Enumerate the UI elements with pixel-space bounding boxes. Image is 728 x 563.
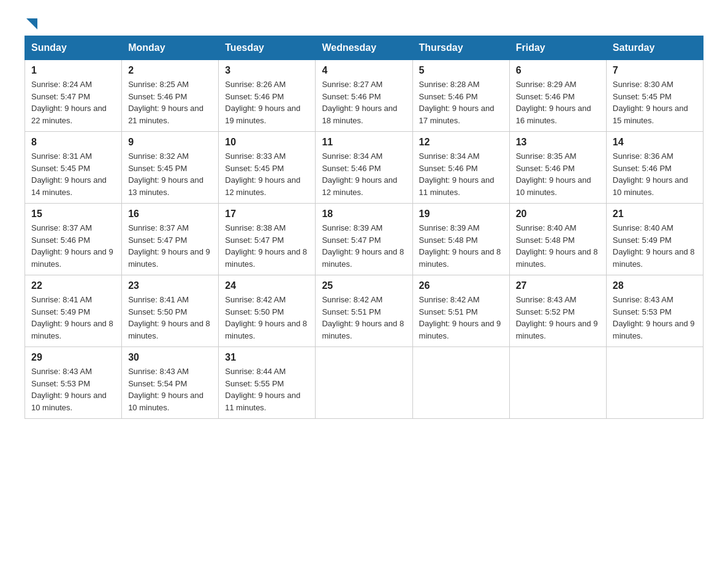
- sunset-text: Sunset: 5:46 PM: [516, 91, 600, 103]
- day-of-week-header: Saturday: [606, 36, 703, 60]
- sunrise-text: Sunrise: 8:42 AM: [225, 294, 309, 306]
- day-info: Sunrise: 8:28 AM Sunset: 5:46 PM Dayligh…: [419, 79, 503, 126]
- calendar-day-cell: 21 Sunrise: 8:40 AM Sunset: 5:49 PM Dayl…: [606, 204, 703, 275]
- calendar-day-cell: 19 Sunrise: 8:39 AM Sunset: 5:48 PM Dayl…: [412, 204, 509, 275]
- calendar-day-cell: 14 Sunrise: 8:36 AM Sunset: 5:46 PM Dayl…: [606, 132, 703, 204]
- calendar-day-cell: 5 Sunrise: 8:28 AM Sunset: 5:46 PM Dayli…: [412, 60, 509, 132]
- daylight-text: Daylight: 9 hours and 13 minutes.: [128, 174, 212, 198]
- sunset-text: Sunset: 5:46 PM: [322, 163, 406, 175]
- sunset-text: Sunset: 5:53 PM: [31, 378, 115, 390]
- sunrise-text: Sunrise: 8:26 AM: [225, 79, 309, 91]
- day-of-week-header: Wednesday: [316, 36, 412, 60]
- daylight-text: Daylight: 9 hours and 12 minutes.: [322, 174, 406, 198]
- daylight-text: Daylight: 9 hours and 8 minutes.: [419, 246, 503, 270]
- day-number: 14: [613, 137, 697, 148]
- sunset-text: Sunset: 5:47 PM: [128, 234, 212, 247]
- day-number: 20: [516, 209, 600, 220]
- daylight-text: Daylight: 9 hours and 14 minutes.: [31, 174, 115, 198]
- sunset-text: Sunset: 5:53 PM: [613, 306, 697, 318]
- day-number: 6: [516, 65, 600, 76]
- day-info: Sunrise: 8:27 AM Sunset: 5:46 PM Dayligh…: [322, 79, 406, 126]
- sunrise-text: Sunrise: 8:43 AM: [613, 294, 697, 306]
- daylight-text: Daylight: 9 hours and 16 minutes.: [516, 102, 600, 126]
- calendar-day-cell: 16 Sunrise: 8:37 AM Sunset: 5:47 PM Dayl…: [122, 204, 219, 275]
- sunrise-text: Sunrise: 8:28 AM: [419, 79, 503, 91]
- sunrise-text: Sunrise: 8:32 AM: [128, 150, 212, 163]
- sunset-text: Sunset: 5:50 PM: [128, 306, 212, 318]
- calendar-day-cell: 7 Sunrise: 8:30 AM Sunset: 5:45 PM Dayli…: [606, 60, 703, 132]
- sunrise-text: Sunrise: 8:29 AM: [516, 79, 600, 91]
- calendar-day-cell: 31 Sunrise: 8:44 AM Sunset: 5:55 PM Dayl…: [219, 347, 316, 419]
- sunset-text: Sunset: 5:49 PM: [31, 306, 115, 318]
- sunset-text: Sunset: 5:52 PM: [516, 306, 600, 318]
- sunrise-text: Sunrise: 8:36 AM: [613, 150, 697, 163]
- sunset-text: Sunset: 5:46 PM: [419, 163, 503, 175]
- day-number: 28: [613, 280, 697, 291]
- sunrise-text: Sunrise: 8:40 AM: [613, 222, 697, 234]
- sunset-text: Sunset: 5:47 PM: [31, 91, 115, 103]
- day-number: 25: [322, 280, 406, 291]
- sunrise-text: Sunrise: 8:25 AM: [128, 79, 212, 91]
- calendar-day-cell: 24 Sunrise: 8:42 AM Sunset: 5:50 PM Dayl…: [219, 275, 316, 347]
- day-info: Sunrise: 8:44 AM Sunset: 5:55 PM Dayligh…: [225, 366, 309, 413]
- daylight-text: Daylight: 9 hours and 10 minutes.: [516, 174, 600, 198]
- day-number: 13: [516, 137, 600, 148]
- day-info: Sunrise: 8:43 AM Sunset: 5:54 PM Dayligh…: [128, 366, 212, 413]
- daylight-text: Daylight: 9 hours and 10 minutes.: [128, 389, 212, 413]
- calendar-day-cell: 13 Sunrise: 8:35 AM Sunset: 5:46 PM Dayl…: [509, 132, 606, 204]
- calendar-day-cell: 26 Sunrise: 8:42 AM Sunset: 5:51 PM Dayl…: [412, 275, 509, 347]
- sunset-text: Sunset: 5:46 PM: [516, 163, 600, 175]
- day-info: Sunrise: 8:33 AM Sunset: 5:45 PM Dayligh…: [225, 150, 309, 198]
- calendar-week-row: 29 Sunrise: 8:43 AM Sunset: 5:53 PM Dayl…: [25, 347, 703, 419]
- daylight-text: Daylight: 9 hours and 10 minutes.: [613, 174, 697, 198]
- sunset-text: Sunset: 5:50 PM: [225, 306, 309, 318]
- sunset-text: Sunset: 5:46 PM: [128, 91, 212, 103]
- sunset-text: Sunset: 5:45 PM: [128, 163, 212, 175]
- day-info: Sunrise: 8:38 AM Sunset: 5:47 PM Dayligh…: [225, 222, 309, 270]
- daylight-text: Daylight: 9 hours and 10 minutes.: [31, 389, 115, 413]
- calendar-day-cell: 29 Sunrise: 8:43 AM Sunset: 5:53 PM Dayl…: [25, 347, 122, 419]
- daylight-text: Daylight: 9 hours and 8 minutes.: [613, 246, 697, 270]
- calendar-day-cell: 22 Sunrise: 8:41 AM Sunset: 5:49 PM Dayl…: [25, 275, 122, 347]
- calendar-day-cell: 6 Sunrise: 8:29 AM Sunset: 5:46 PM Dayli…: [509, 60, 606, 132]
- day-info: Sunrise: 8:35 AM Sunset: 5:46 PM Dayligh…: [516, 150, 600, 198]
- sunrise-text: Sunrise: 8:31 AM: [31, 150, 115, 163]
- day-number: 7: [613, 65, 697, 76]
- daylight-text: Daylight: 9 hours and 19 minutes.: [225, 102, 309, 126]
- calendar-day-cell: 23 Sunrise: 8:41 AM Sunset: 5:50 PM Dayl…: [122, 275, 219, 347]
- page-header: [25, 18, 703, 26]
- sunset-text: Sunset: 5:47 PM: [225, 234, 309, 247]
- day-number: 8: [31, 137, 115, 148]
- day-info: Sunrise: 8:43 AM Sunset: 5:53 PM Dayligh…: [613, 294, 697, 342]
- day-number: 2: [128, 65, 212, 76]
- day-number: 11: [322, 137, 406, 148]
- daylight-text: Daylight: 9 hours and 22 minutes.: [31, 102, 115, 126]
- day-number: 26: [419, 280, 503, 291]
- sunrise-text: Sunrise: 8:37 AM: [128, 222, 212, 234]
- day-info: Sunrise: 8:24 AM Sunset: 5:47 PM Dayligh…: [31, 79, 115, 126]
- day-info: Sunrise: 8:29 AM Sunset: 5:46 PM Dayligh…: [516, 79, 600, 126]
- calendar-day-cell: 18 Sunrise: 8:39 AM Sunset: 5:47 PM Dayl…: [316, 204, 412, 275]
- sunset-text: Sunset: 5:46 PM: [322, 91, 406, 103]
- sunset-text: Sunset: 5:55 PM: [225, 378, 309, 390]
- daylight-text: Daylight: 9 hours and 9 minutes.: [419, 318, 503, 342]
- calendar-day-cell: 17 Sunrise: 8:38 AM Sunset: 5:47 PM Dayl…: [219, 204, 316, 275]
- calendar-day-cell: 8 Sunrise: 8:31 AM Sunset: 5:45 PM Dayli…: [25, 132, 122, 204]
- calendar-day-cell: 9 Sunrise: 8:32 AM Sunset: 5:45 PM Dayli…: [122, 132, 219, 204]
- calendar-day-cell: 4 Sunrise: 8:27 AM Sunset: 5:46 PM Dayli…: [316, 60, 412, 132]
- day-info: Sunrise: 8:41 AM Sunset: 5:49 PM Dayligh…: [31, 294, 115, 342]
- daylight-text: Daylight: 9 hours and 12 minutes.: [225, 174, 309, 198]
- calendar-header-row: SundayMondayTuesdayWednesdayThursdayFrid…: [25, 36, 703, 60]
- day-info: Sunrise: 8:34 AM Sunset: 5:46 PM Dayligh…: [419, 150, 503, 198]
- sunset-text: Sunset: 5:46 PM: [225, 91, 309, 103]
- daylight-text: Daylight: 9 hours and 21 minutes.: [128, 102, 212, 126]
- day-info: Sunrise: 8:37 AM Sunset: 5:47 PM Dayligh…: [128, 222, 212, 270]
- daylight-text: Daylight: 9 hours and 8 minutes.: [225, 318, 309, 342]
- sunset-text: Sunset: 5:46 PM: [31, 234, 115, 247]
- day-info: Sunrise: 8:40 AM Sunset: 5:49 PM Dayligh…: [613, 222, 697, 270]
- sunrise-text: Sunrise: 8:43 AM: [128, 366, 212, 378]
- calendar-day-cell: 1 Sunrise: 8:24 AM Sunset: 5:47 PM Dayli…: [25, 60, 122, 132]
- sunrise-text: Sunrise: 8:41 AM: [31, 294, 115, 306]
- calendar-day-cell: 28 Sunrise: 8:43 AM Sunset: 5:53 PM Dayl…: [606, 275, 703, 347]
- sunrise-text: Sunrise: 8:27 AM: [322, 79, 406, 91]
